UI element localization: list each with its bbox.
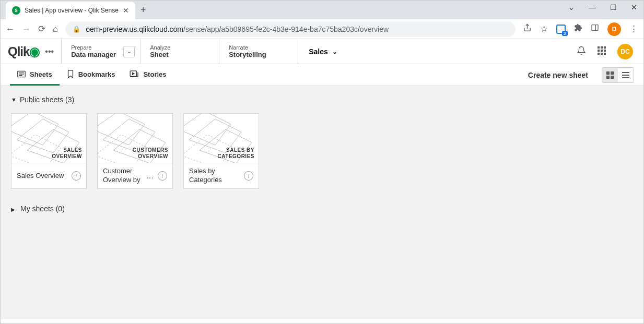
list-view-button[interactable]	[618, 68, 634, 82]
sheet-thumbnail: SALESOVERVIEW	[11, 114, 86, 163]
notification-bell-icon[interactable]	[577, 46, 586, 57]
global-menu-icon[interactable]: •••	[45, 47, 54, 56]
browser-toolbar: ← → ⟳ ⌂ 🔒 oem-preview.us.qlikcloud.com/s…	[1, 19, 643, 39]
sub-nav: Sheets Bookmarks Stories Create new shee…	[1, 64, 643, 86]
window-maximize-icon[interactable]: ☐	[608, 3, 618, 11]
svg-rect-8	[598, 53, 600, 55]
sheets-icon	[17, 70, 26, 78]
svg-rect-19	[606, 76, 610, 79]
url-host: oem-preview.us.qlikcloud.com/sense/app/a…	[86, 25, 389, 33]
app-launcher-icon[interactable]	[598, 46, 606, 57]
svg-rect-6	[601, 50, 603, 52]
app-name-dropdown[interactable]: Sales ⌄	[298, 39, 348, 64]
sheet-title: Customer Overview by	[103, 167, 143, 185]
window-close-icon[interactable]: ✕	[629, 3, 639, 11]
sheet-title: Sales by Categories	[189, 167, 241, 185]
user-avatar[interactable]: DC	[617, 44, 633, 59]
info-icon[interactable]: i	[244, 171, 253, 181]
card-more-icon[interactable]: …	[146, 172, 155, 180]
window-minimize-icon[interactable]: —	[588, 3, 597, 11]
public-sheets-header[interactable]: ▼ Public sheets (3)	[11, 95, 633, 104]
new-tab-button[interactable]: +	[140, 5, 146, 16]
tab-stories[interactable]: Stories	[122, 64, 173, 86]
chevron-down-icon: ⌄	[332, 48, 337, 55]
info-icon[interactable]: i	[158, 171, 167, 181]
tab-sheets[interactable]: Sheets	[10, 64, 60, 86]
svg-rect-22	[622, 75, 629, 76]
browser-tab[interactable]: $ Sales | App overview - Qlik Sense ✕	[6, 2, 135, 19]
tab-bookmarks[interactable]: Bookmarks	[60, 64, 123, 86]
svg-rect-0	[592, 25, 598, 31]
svg-rect-4	[604, 46, 606, 49]
my-sheets-header[interactable]: My sheets (0)	[11, 205, 633, 213]
tab-close-icon[interactable]: ✕	[123, 6, 129, 15]
svg-rect-20	[611, 76, 614, 79]
svg-rect-9	[601, 53, 603, 55]
share-icon[interactable]	[523, 23, 532, 35]
nav-prepare[interactable]: Prepare Data manager ⌄	[62, 39, 140, 64]
forward-button: →	[22, 24, 31, 34]
svg-marker-16	[133, 73, 135, 75]
browser-tab-strip: $ Sales | App overview - Qlik Sense ✕ +	[1, 1, 643, 19]
qlik-logo[interactable]: Qlik◉	[8, 44, 40, 59]
nav-narrate[interactable]: Narrate Storytelling	[219, 39, 298, 64]
side-panel-icon[interactable]	[591, 23, 599, 34]
extensions-icon[interactable]	[574, 23, 582, 34]
svg-rect-21	[622, 72, 629, 73]
reload-button[interactable]: ⟳	[38, 23, 45, 34]
create-new-sheet-button[interactable]: Create new sheet	[520, 71, 596, 79]
extension-badge[interactable]: 2	[556, 25, 566, 34]
bookmark-star-icon[interactable]: ☆	[540, 23, 548, 34]
home-button[interactable]: ⌂	[53, 24, 58, 34]
stories-icon	[130, 70, 139, 78]
svg-rect-5	[598, 50, 600, 52]
svg-rect-10	[604, 53, 606, 55]
sheet-title: Sales Overview	[17, 172, 68, 181]
svg-rect-23	[622, 77, 629, 78]
info-icon[interactable]: i	[72, 171, 81, 181]
bookmark-icon	[67, 70, 74, 78]
nav-analyze[interactable]: Analyze Sheet	[140, 39, 219, 64]
profile-avatar[interactable]: D	[607, 22, 621, 36]
expand-icon	[11, 205, 17, 213]
browser-menu-icon[interactable]: ⋮	[629, 23, 638, 34]
back-button[interactable]: ←	[6, 24, 15, 34]
svg-rect-18	[611, 71, 614, 75]
sheet-thumbnail: CUSTOMERSOVERVIEW	[98, 114, 172, 163]
svg-rect-17	[606, 71, 610, 75]
sheet-card[interactable]: SALES BYCATEGORIESSales by Categoriesi	[183, 113, 259, 189]
svg-rect-2	[598, 46, 600, 49]
content-area: ▼ Public sheets (3) SALESOVERVIEWSales O…	[1, 86, 643, 319]
grid-view-button[interactable]	[602, 68, 618, 82]
sheet-thumbnail: SALES BYCATEGORIES	[184, 114, 259, 163]
tab-title: Sales | App overview - Qlik Sense	[25, 7, 119, 14]
chevron-down-icon[interactable]: ⌄	[123, 46, 135, 57]
lock-icon: 🔒	[73, 26, 80, 33]
address-bar[interactable]: 🔒 oem-preview.us.qlikcloud.com/sense/app…	[65, 21, 516, 37]
sheet-card[interactable]: CUSTOMERSOVERVIEWCustomer Overview by…i	[97, 113, 173, 189]
svg-rect-3	[601, 46, 603, 49]
app-header: Qlik◉ ••• Prepare Data manager ⌄ Analyze…	[1, 39, 643, 64]
collapse-icon: ▼	[11, 97, 17, 103]
svg-rect-7	[604, 50, 606, 52]
sheet-card[interactable]: SALESOVERVIEWSales Overviewi	[11, 113, 87, 189]
window-dropdown-icon[interactable]: ⌄	[567, 3, 576, 11]
view-toggle	[602, 67, 634, 83]
tab-favicon-icon: $	[12, 6, 20, 15]
